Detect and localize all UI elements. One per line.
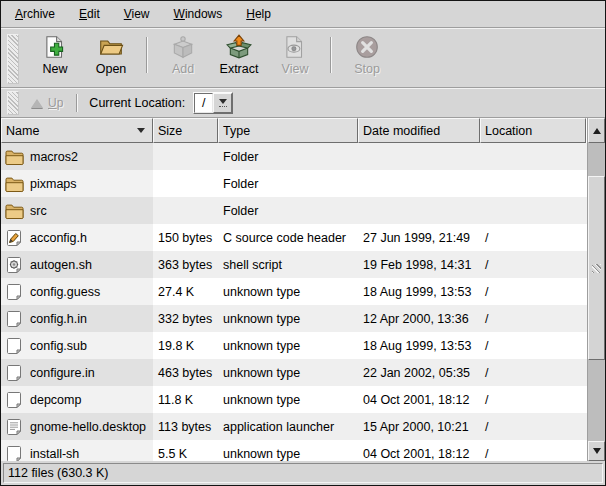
status-text: 112 files (630.3 K) (3, 463, 603, 483)
cell-location: / (480, 278, 586, 305)
menu-bar: ArchiveEditViewWindowsHelp (1, 1, 605, 28)
cell-type: unknown type (218, 386, 358, 413)
location-bar-separator (76, 94, 78, 112)
column-header-type[interactable]: Type (218, 118, 358, 143)
view-button[interactable]: View (267, 32, 323, 77)
cell-location: / (480, 305, 586, 332)
file-name-label: src (30, 204, 47, 218)
table-row[interactable]: depcomp11.8 Kunknown type04 Oct 2001, 18… (1, 386, 587, 413)
column-header-date-modified[interactable]: Date modified (358, 118, 480, 143)
cell-type: unknown type (218, 332, 358, 359)
file-name-label: config.sub (30, 339, 87, 353)
table-row[interactable]: config.sub19.8 Kunknown type18 Aug 1999,… (1, 332, 587, 359)
column-header-location[interactable]: Location (480, 118, 586, 143)
vertical-scrollbar[interactable] (587, 118, 605, 461)
table-row[interactable]: configure.in463 bytesunknown type22 Jan … (1, 359, 587, 386)
cell-size (153, 143, 218, 170)
toolbar-drag-handle[interactable] (7, 34, 19, 84)
file-text-icon (4, 417, 24, 437)
view-button-label: View (282, 63, 309, 76)
file-icon (4, 444, 24, 462)
cell-date: 18 Aug 1999, 13:53 (358, 332, 480, 359)
table-row[interactable]: macros2Folder (1, 143, 587, 170)
column-header-label: Location (485, 124, 581, 138)
new-button-label: New (42, 63, 67, 76)
cell-type: shell script (218, 251, 358, 278)
stop-button[interactable]: Stop (339, 32, 395, 77)
column-header-label: Name (6, 124, 137, 138)
open-button[interactable]: Open (83, 32, 139, 77)
location-combo[interactable]: / (193, 92, 233, 114)
cell-date: 19 Feb 1998, 14:31 (358, 251, 480, 278)
menu-archive[interactable]: Archive (3, 3, 67, 25)
scrollbar-track[interactable] (588, 143, 605, 441)
file-name-label: acconfig.h (30, 231, 87, 245)
file-list: NameSizeTypeDate modifiedLocation macros… (1, 117, 605, 461)
cell-name: acconfig.h (1, 224, 153, 251)
table-row[interactable]: config.h.in332 bytesunknown type12 Apr 2… (1, 305, 587, 332)
column-header-label: Size (158, 124, 213, 138)
cell-name: configure.in (1, 359, 153, 386)
cell-type: unknown type (218, 359, 358, 386)
current-location-label: Current Location: (89, 96, 185, 110)
extract-button-label: Extract (220, 63, 259, 76)
location-bar-drag-handle[interactable] (7, 91, 19, 115)
menu-edit[interactable]: Edit (67, 3, 112, 25)
cell-name: autogen.sh (1, 251, 153, 278)
folder-icon (4, 174, 24, 194)
file-name-label: config.h.in (30, 312, 87, 326)
cell-size: 363 bytes (153, 251, 218, 278)
scrollbar-thumb[interactable] (588, 176, 605, 360)
new-button[interactable]: New (27, 32, 83, 77)
menu-help[interactable]: Help (234, 3, 283, 25)
new-archive-icon (42, 34, 68, 60)
menu-view[interactable]: View (112, 3, 162, 25)
up-button[interactable]: Up (25, 94, 69, 112)
add-files-icon (170, 34, 196, 60)
cell-size (153, 197, 218, 224)
location-value[interactable]: / (194, 93, 213, 113)
menu-windows[interactable]: Windows (162, 3, 235, 25)
file-name-label: configure.in (30, 366, 95, 380)
cell-name: config.h.in (1, 305, 153, 332)
column-header-name[interactable]: Name (1, 118, 153, 143)
cell-size: 332 bytes (153, 305, 218, 332)
file-name-label: gnome-hello.desktop (30, 420, 146, 434)
scrollbar-grip-icon (592, 264, 601, 273)
table-row[interactable]: gnome-hello.desktop113 bytesapplication … (1, 413, 587, 440)
cell-date: 15 Apr 2000, 10:21 (358, 413, 480, 440)
cell-location: / (480, 251, 586, 278)
cell-size (153, 170, 218, 197)
cell-date: 27 Jun 1999, 21:49 (358, 224, 480, 251)
status-bar: 112 files (630.3 K) (1, 461, 605, 485)
cell-name: config.guess (1, 278, 153, 305)
table-row[interactable]: config.guess27.4 Kunknown type18 Aug 199… (1, 278, 587, 305)
table-row[interactable]: pixmapsFolder (1, 170, 587, 197)
cell-date: 12 Apr 2000, 13:36 (358, 305, 480, 332)
stop-icon (354, 34, 380, 60)
table-row[interactable]: srcFolder (1, 197, 587, 224)
cell-date: 04 Oct 2001, 18:12 (358, 386, 480, 413)
cell-location: / (480, 440, 586, 461)
cell-type: application launcher (218, 413, 358, 440)
extract-icon (226, 34, 252, 60)
scroll-up-button[interactable] (588, 118, 605, 143)
cell-type: C source code header (218, 224, 358, 251)
cell-location: / (480, 359, 586, 386)
column-header-label: Date modified (363, 124, 475, 138)
location-dropdown-button[interactable] (213, 93, 232, 113)
open-button-label: Open (96, 63, 127, 76)
table-row[interactable]: install-sh5.5 Kunknown type04 Oct 2001, … (1, 440, 587, 461)
cell-date (358, 197, 480, 224)
cell-location (480, 143, 586, 170)
table-row[interactable]: acconfig.h150 bytesC source code header2… (1, 224, 587, 251)
add-button[interactable]: Add (155, 32, 211, 77)
scroll-down-button[interactable] (588, 441, 605, 461)
cell-name: gnome-hello.desktop (1, 413, 153, 440)
table-row[interactable]: autogen.sh363 bytesshell script19 Feb 19… (1, 251, 587, 278)
extract-button[interactable]: Extract (211, 32, 267, 77)
cell-name: install-sh (1, 440, 153, 461)
cell-type: unknown type (218, 278, 358, 305)
up-arrow-icon (31, 99, 43, 108)
column-header-size[interactable]: Size (153, 118, 218, 143)
